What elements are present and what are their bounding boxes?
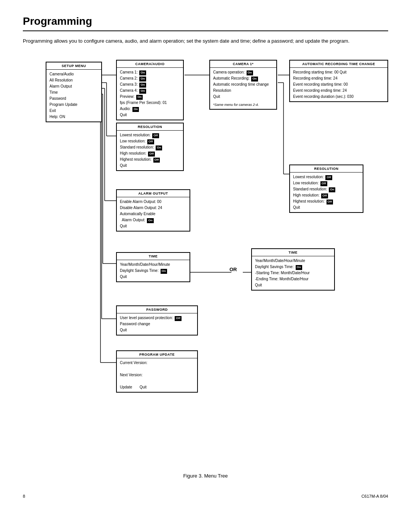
resolution-item: Low resolution: Off [293, 180, 360, 186]
setup-menu-item: Alarm Output [49, 83, 98, 89]
auto-recording-item: Event recording ending time: 24 [293, 88, 384, 94]
time-detailed-box: TIME Year/Month/Date/Hour/Minute Dayligh… [251, 248, 335, 291]
alarm-output-item: Disable Alarm Output: 24 [120, 205, 186, 211]
resolution-item: Standard resolution: On [120, 144, 180, 150]
camera-audio-item: Quit [120, 112, 180, 118]
figure-caption: Figure 3. Menu Tree [23, 473, 388, 479]
tag-on: On [132, 107, 139, 112]
tag-on: On [139, 77, 146, 81]
time-simple-item: Quit [120, 274, 186, 280]
footer-page-number: 8 [23, 494, 25, 498]
resolution-item: Highest resolution: Off [120, 157, 180, 163]
camera-audio-item: Camera 2: On [120, 75, 180, 81]
camera-audio-item: Camera 3: On [120, 81, 180, 88]
resolution-all-box: RESOLUTION Lowest resolution: Off Low re… [116, 123, 184, 171]
password-item: User level password protection: Off [120, 315, 194, 321]
resolution-camera-title: RESOLUTION [290, 165, 363, 173]
camera-audio-item: fps (Frame Per Second): 01 [120, 100, 180, 106]
resolution-item: High resolution: Off [120, 150, 180, 157]
resolution-item: Standard resolution: On [293, 186, 360, 192]
camera1-item: Camera operation: On [213, 69, 273, 75]
program-update-item [120, 378, 194, 384]
auto-recording-item: Event recording starting time: 00 [293, 81, 384, 88]
alarm-output-item: Quit [120, 223, 186, 229]
time-detailed-item: -Starting Time: Month/Date/Hour [255, 270, 331, 276]
setup-menu-item: Exit [49, 108, 98, 114]
alarm-output-item: Automatically Enable [120, 211, 186, 217]
camera-audio-item: Preview: On [120, 94, 180, 100]
camera-audio-body: Camera 1: On Camera 2: On Camera 3: On C… [117, 68, 183, 120]
tag-on: On [247, 70, 253, 75]
setup-menu-body: Camera/Audio All Resolution Alarm Output… [46, 70, 101, 121]
time-detailed-item: Daylight Savings Time: On [255, 264, 331, 270]
auto-recording-title: AUTOMATIC RECORDING TIME CHANGE [290, 61, 387, 68]
time-simple-body: Year/Month/Date/Hour/Minute Daylight Sav… [117, 260, 190, 281]
camera-audio-title: CAMERA/AUDIO [117, 61, 183, 68]
tag-on: On [139, 70, 146, 75]
camera-audio-item: Camera 4: On [120, 88, 180, 94]
password-item: Password change [120, 321, 194, 327]
time-simple-box: TIME Year/Month/Date/Hour/Minute Dayligh… [116, 252, 190, 282]
camera-audio-box: CAMERA/AUDIO Camera 1: On Camera 2: On C… [116, 60, 184, 120]
password-box: PASSWORD User level password protection:… [116, 305, 198, 335]
alarm-output-item: Alarm Output: On [120, 217, 186, 223]
auto-recording-item: Event recording duration (sec.): 030 [293, 94, 384, 100]
tag-off: Off [147, 139, 154, 144]
setup-menu-item: Camera/Audio [49, 71, 98, 77]
setup-menu-item: Time [49, 89, 98, 96]
program-update-item: Next Version: [120, 372, 194, 378]
resolution-camera-box: RESOLUTION Lowest resolution: Off Low re… [289, 165, 363, 213]
password-title: PASSWORD [117, 306, 197, 313]
time-detailed-item: Quit [255, 282, 331, 288]
time-simple-item: Year/Month/Date/Hour/Minute [120, 262, 186, 268]
camera1-item: Resolution [213, 88, 273, 94]
alarm-output-box: ALARM OUTPUT Enable Alarm Output: 00 Dis… [116, 189, 190, 232]
tag-on: On [147, 218, 153, 223]
page-title: Programming [23, 15, 388, 31]
resolution-item: Lowest resolution: Off [293, 174, 360, 180]
resolution-item: Low resolution: Off [120, 138, 180, 144]
resolution-all-body: Lowest resolution: Off Low resolution: O… [117, 131, 183, 170]
camera1-body: Camera operation: On Automatic Recording… [210, 68, 276, 101]
camera-audio-item: Audio: On [120, 106, 180, 112]
setup-menu-item: All Resolution [49, 77, 98, 83]
program-update-item: Current Version: [120, 360, 194, 366]
time-detailed-body: Year/Month/Date/Hour/Minute Daylight Sav… [252, 256, 334, 290]
or-label: OR [229, 267, 237, 272]
time-simple-item: Daylight Savings Time: On [120, 268, 186, 274]
time-detailed-title: TIME [252, 249, 334, 256]
tag-off: Off [325, 175, 332, 180]
tag-off: Off [175, 316, 182, 321]
alarm-output-item: Enable Alarm Output: 00 [120, 199, 186, 205]
auto-recording-item: Recording starting time: 00 Quit [293, 69, 384, 75]
program-update-item [120, 366, 194, 372]
tag-on: On [161, 269, 167, 274]
setup-menu-item: Program Update [49, 102, 98, 108]
time-detailed-item: Year/Month/Date/Hour/Minute [255, 258, 331, 264]
tag-off: Off [321, 193, 328, 198]
setup-menu-item: Password [49, 96, 98, 102]
resolution-item: Lowest resolution: Off [120, 132, 180, 138]
tag-on: On [156, 145, 162, 150]
resolution-all-title: RESOLUTION [117, 123, 183, 131]
tag-off: Off [152, 133, 159, 138]
setup-menu-box: SETUP MENU Camera/Audio All Resolution A… [46, 62, 102, 122]
resolution-item: Highest resolution: Off [293, 198, 360, 204]
auto-recording-item: Recording ending time: 24 [293, 75, 384, 81]
program-update-item: Update Quit [120, 384, 194, 390]
tag-off: Off [148, 152, 155, 157]
camera1-item: Automatic Recording: On [213, 75, 273, 81]
tag-on: On [139, 83, 146, 88]
alarm-output-title: ALARM OUTPUT [117, 190, 190, 197]
program-update-body: Current Version: Next Version: Update Qu… [117, 358, 197, 392]
resolution-item: High resolution: Off [293, 192, 360, 198]
footer-code: C617M-A 8/04 [362, 494, 388, 498]
camera1-title: CAMERA 1* [210, 61, 276, 68]
diagram-area: SETUP MENU Camera/Audio All Resolution A… [23, 54, 388, 465]
camera1-box: CAMERA 1* Camera operation: On Automatic… [209, 60, 277, 110]
intro-text: Programming allows you to configure came… [23, 37, 388, 45]
resolution-item: Quit [120, 163, 180, 169]
tag-on: On [139, 89, 146, 94]
camera1-item: Quit [213, 94, 273, 100]
tag-on: On [136, 95, 143, 100]
